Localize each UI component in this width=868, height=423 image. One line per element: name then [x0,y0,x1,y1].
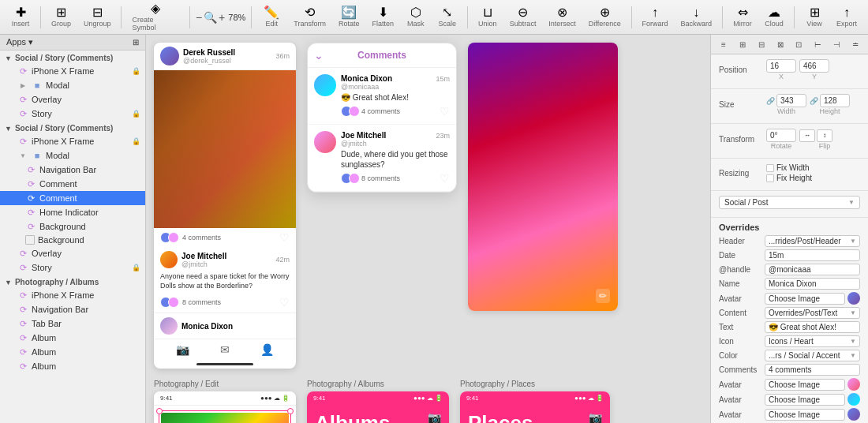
panel-tool-6[interactable]: ⊢ [811,38,824,51]
content-value[interactable]: Overrides/Post/Text ▼ [765,307,860,319]
symbol-name: Social / Post [724,198,769,207]
avatar2-value[interactable]: Choose Image [765,379,845,391]
scale-icon: ⤡ [442,6,452,19]
panel-tool-5[interactable]: ⊡ [792,38,805,51]
fix-width-checkbox[interactable]: Fix Width [766,163,812,172]
sidebar-item[interactable]: ⟳ Background [0,219,145,234]
mask-button[interactable]: ⬡ Mask [402,5,430,29]
date-value[interactable]: 15m [765,249,860,261]
edit-button[interactable]: ✏️ Edit [257,5,286,29]
color-value[interactable]: ...rs / Social / Accent ▼ [765,350,860,361]
apps-bar[interactable]: Apps ▾ ⊞ [0,35,145,51]
canvas[interactable]: Derek Russell @derek_russel 36m 4 co [146,35,710,423]
panel-tool-3[interactable]: ⊟ [755,38,768,51]
header-value[interactable]: ...rrides/Post/Header ▼ [765,235,860,247]
panel-tool-7[interactable]: ⊣ [830,38,843,51]
avatar-value[interactable]: Choose Image [765,293,845,305]
comment-heart-icon[interactable]: ♡ [440,105,450,118]
section-arrow-2: ▼ [5,125,12,133]
sidebar-item[interactable]: ▶ ■ Modal [0,78,145,92]
forward-button[interactable]: ↑ Forward [638,5,673,29]
insert-button[interactable]: ✚ Insert [6,5,35,29]
intersect-button[interactable]: ⊗ Intersect [544,5,580,29]
sidebar-item[interactable]: ⟳ Tab Bar [0,316,145,331]
sidebar-item[interactable]: ⟳ Album [0,345,145,359]
name-value[interactable]: Monica Dixon [765,278,860,290]
panel-tool-2[interactable]: ⊞ [736,38,749,51]
subtract-button[interactable]: ⊖ Subtract [505,5,541,29]
panel-tool-4[interactable]: ⊠ [774,38,787,51]
handle-value[interactable]: @monicaaa [765,264,860,275]
sidebar-item[interactable]: ⟳ Home Indicator [0,205,145,219]
message-icon[interactable]: ✉ [220,343,230,356]
sidebar-item[interactable]: ⟳ iPhone X Frame 🔒 [0,134,145,148]
flatten-button[interactable]: ⬇ Flatten [367,5,398,29]
zoom-value[interactable]: 78% [228,13,245,22]
icon-value[interactable]: Icons / Heart ▼ [765,335,860,347]
mirror-button[interactable]: ⇔ Mirror [728,5,757,29]
sidebar-item[interactable]: ▼ ■ Modal [0,148,145,163]
sidebar-item[interactable]: ⟳ iPhone X Frame 🔒 [0,64,145,78]
view-button[interactable]: ⊞ View [800,5,829,29]
sidebar-item[interactable]: ⟳ Comment [0,177,145,191]
group-button[interactable]: ⊞ Group [47,5,76,29]
width-input[interactable] [776,94,806,107]
user-icon[interactable]: 👤 [260,343,274,356]
avatar3-value[interactable]: Choose Image [765,394,845,406]
union-button[interactable]: ⊔ Union [473,5,502,29]
photo-icon[interactable]: 📷 [176,343,189,356]
camera-icon[interactable]: 📷 [428,411,441,423]
zoom-minus[interactable]: − [196,11,202,24]
comments-value[interactable]: 4 comments [765,364,860,376]
avatar4-value[interactable]: Choose Image [765,409,845,421]
sidebar-item[interactable]: ⟳ Overlay [0,246,145,260]
symbol-dropdown[interactable]: Social / Post ▼ [719,196,860,209]
flip-v-button[interactable]: ↕ [817,129,832,142]
sidebar-item[interactable]: ⟳ Navigation Bar [0,163,145,177]
panel-tool-1[interactable]: ≡ [717,38,730,51]
edit-icon-overlay[interactable]: ✏ [596,289,610,303]
flip-h-button[interactable]: ↔ [799,129,815,142]
fix-height-checkbox[interactable]: Fix Height [766,174,812,182]
places-camera-icon[interactable]: 📷 [589,411,602,423]
text-value[interactable]: 😎 Great shot Alex! [765,321,860,333]
sidebar-item[interactable]: ⟳ Story 🔒 [0,107,145,121]
export-button[interactable]: ↑ Export [832,5,862,29]
transform-button[interactable]: ⟲ Transform [289,5,331,29]
y-input[interactable] [799,59,829,73]
zoom-plus[interactable]: + [219,11,225,24]
rotate-button[interactable]: 🔄 Rotate [334,5,364,29]
sidebar-toggle-icon[interactable]: ⊞ [133,38,139,47]
create-symbol-button[interactable]: ◈ Create Symbol [127,1,183,33]
apps-dropdown[interactable]: Apps ▾ [6,37,33,47]
sidebar-item[interactable]: ⟳ Story 🔒 [0,260,145,275]
rotate-input[interactable] [766,129,796,142]
joe-heart-icon[interactable]: ♡ [279,296,290,309]
overrides-section: Overrides Header ...rrides/Post/Header ▼… [711,218,868,423]
section-header-1[interactable]: ▼ Social / Story (Comments) [0,51,145,64]
sidebar-item[interactable]: ⟳ Navigation Bar [0,302,145,316]
x-input[interactable] [766,59,796,73]
section-header-2[interactable]: ▼ Social / Story (Comments) [0,121,145,134]
backward-button[interactable]: ↓ Backward [676,5,716,29]
sidebar-item[interactable]: ⟳ iPhone X Frame [0,288,145,302]
sidebar-item[interactable]: ⟳ Album [0,359,145,373]
sidebar-item[interactable]: ⟳ Overlay [0,92,145,107]
sidebar-item[interactable]: Background [0,234,145,246]
cloud-button[interactable]: ☁ Cloud [760,5,788,29]
sidebar-item[interactable]: ⟳ Album [0,331,145,345]
fix-width-check[interactable] [766,164,774,172]
heart-icon[interactable]: ♡ [279,231,290,244]
ungroup-button[interactable]: ⊟ Ungroup [79,5,115,29]
section-header-3[interactable]: ▼ Photography / Albums [0,275,145,288]
height-input[interactable] [820,94,850,107]
comment2-heart-icon[interactable]: ♡ [440,172,450,185]
date-val-text: 15m [769,251,784,260]
panel-tool-8[interactable]: ≐ [849,38,862,51]
sidebar-item-selected[interactable]: ⟳ Comment [0,191,145,205]
difference-button[interactable]: ⊕ Difference [584,5,626,29]
handle-tr[interactable] [287,408,294,414]
chevron-down-icon[interactable]: ⌄ [314,49,324,62]
scale-button[interactable]: ⤡ Scale [433,5,462,29]
fix-height-check[interactable] [766,174,774,182]
